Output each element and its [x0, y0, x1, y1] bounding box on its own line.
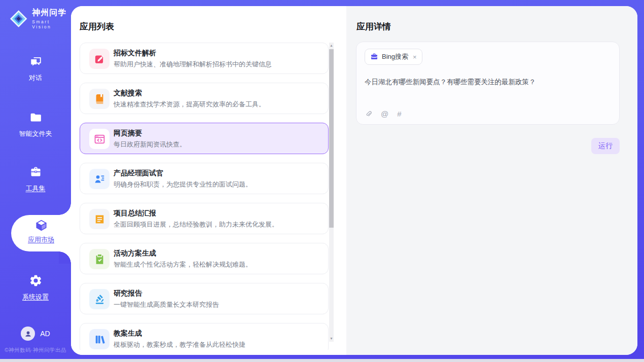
chat-icon — [29, 55, 43, 68]
app-detail-title: 应用详情 — [356, 21, 391, 32]
person-icon — [24, 330, 32, 338]
tool-chip-label: Bing搜索 — [382, 52, 408, 61]
app-list-item[interactable]: 研究报告 一键智能生成高质量长文本研究报告 — [80, 283, 329, 314]
cube-icon — [34, 219, 48, 232]
app-item-title: 产品经理面试官 — [114, 169, 163, 178]
chip-close-icon[interactable]: × — [413, 53, 417, 61]
research-icon — [94, 294, 105, 305]
sidebar-item-app-market[interactable]: 应用市场 — [11, 215, 71, 251]
app-item-description: 模板驱动，教案秒成，教学准备从此轻松快捷 — [114, 340, 245, 349]
sidebar: 神州问学 Smart Vision 对话 智能文件夹 工具集 — [0, 0, 71, 359]
sidebar-footer: ©神州数码·神州问学出品 — [0, 347, 71, 354]
diamond-logo-icon — [9, 9, 28, 28]
run-button[interactable]: 运行 — [591, 138, 620, 154]
app-icon-tile — [89, 169, 110, 189]
interviewer-icon — [94, 173, 105, 185]
folder-icon — [29, 111, 43, 124]
app-list-title: 应用列表 — [80, 21, 114, 32]
app-item-description: 快速精准查找学术资源，提高研究效率的必备工具。 — [114, 100, 265, 109]
edit-icon — [94, 53, 105, 65]
app-item-title: 招标文件解析 — [114, 49, 156, 58]
app-item-title: 文献搜索 — [114, 89, 142, 98]
query-input[interactable]: 今日湖北有哪些新闻要点？有哪些需要关注的最新政策？ — [365, 77, 611, 87]
mention-icon[interactable]: @ — [381, 110, 388, 118]
sidebar-item-label: 工具集 — [0, 184, 71, 193]
browser-code-icon — [94, 133, 105, 145]
toolbox-icon — [29, 165, 43, 179]
tab-notch-top — [59, 203, 71, 215]
brand-logo: 神州问学 Smart Vision — [9, 8, 71, 29]
tool-chip-bing-search[interactable]: Bing搜索 × — [365, 49, 422, 65]
sidebar-item-smart-folder[interactable]: 智能文件夹 — [0, 111, 71, 138]
user-account[interactable]: AD — [0, 327, 71, 341]
app-icon-tile — [89, 89, 110, 109]
app-item-title: 研究报告 — [114, 289, 142, 298]
app-list-item[interactable]: 项目总结汇报 全面回顾项目进展，总结经验教训，助力未来优化发展。 — [80, 203, 329, 234]
tab-notch-bottom — [59, 251, 71, 264]
app-item-title: 活动方案生成 — [114, 249, 156, 258]
app-item-title: 网页摘要 — [114, 129, 142, 138]
composer-toolbar: @ # — [365, 110, 402, 118]
app-icon-tile — [89, 289, 110, 309]
sidebar-item-settings[interactable]: 系统设置 — [0, 274, 71, 302]
note-icon — [94, 213, 105, 225]
scrollbar[interactable]: ▲ ▼ — [329, 43, 334, 342]
app-item-description: 明确身份和职责，为您提供专业性的面试问题。 — [114, 180, 252, 189]
app-icon-tile — [89, 329, 110, 349]
app-item-title: 教案生成 — [114, 329, 142, 338]
sidebar-item-chat[interactable]: 对话 — [0, 55, 71, 83]
run-row: 运行 — [591, 138, 620, 154]
sidebar-item-label: 系统设置 — [0, 293, 71, 302]
scrollbar-thumb[interactable] — [329, 49, 334, 228]
app-icon-tile — [89, 209, 110, 229]
attachment-icon[interactable] — [365, 110, 372, 118]
app-list-item[interactable]: 活动方案生成 智能生成个性化活动方案，轻松解决规划难题。 — [80, 243, 329, 274]
sidebar-item-toolset[interactable]: 工具集 — [0, 165, 71, 193]
app-list-item[interactable]: 教案生成 模板驱动，教案秒成，教学准备从此轻松快捷 — [80, 323, 329, 350]
brand-name: 神州问学 — [32, 8, 71, 18]
gear-icon — [29, 274, 43, 287]
app-list: 招标文件解析 帮助用户快速、准确地理解和解析招标书中的关键信息 文献搜索 快速精… — [80, 43, 329, 350]
clipboard-check-icon — [94, 254, 105, 265]
app-icon-tile — [89, 129, 110, 149]
app-item-description: 一键智能生成高质量长文本研究报告 — [114, 300, 219, 309]
sidebar-item-label: 应用市场 — [11, 235, 71, 244]
avatar — [21, 327, 35, 341]
scroll-up-icon[interactable]: ▲ — [329, 43, 334, 49]
app-detail-card: Bing搜索 × 今日湖北有哪些新闻要点？有哪些需要关注的最新政策？ @ # — [356, 42, 620, 125]
app-list-item[interactable]: 文献搜索 快速精准查找学术资源，提高研究效率的必备工具。 — [80, 83, 329, 114]
app-icon-tile — [89, 49, 110, 69]
app-list-item[interactable]: 产品经理面试官 明确身份和职责，为您提供专业性的面试问题。 — [80, 163, 329, 194]
sidebar-item-label: 智能文件夹 — [0, 129, 71, 138]
lesson-icon — [94, 334, 105, 345]
sidebar-item-label: 对话 — [0, 74, 71, 83]
app-item-description: 帮助用户快速、准确地理解和解析招标书中的关键信息 — [114, 60, 272, 69]
app-icon-tile — [89, 249, 110, 269]
app-item-title: 项目总结汇报 — [114, 209, 156, 218]
briefcase-icon — [370, 53, 378, 61]
app-list-pane: 应用列表 招标文件解析 帮助用户快速、准确地理解和解析招标书中的关键信息 文献搜… — [71, 6, 346, 355]
app-item-description: 全面回顾项目进展，总结经验教训，助力未来优化发展。 — [114, 220, 278, 229]
app-item-description: 智能生成个性化活动方案，轻松解决规划难题。 — [114, 260, 252, 269]
app-list-item[interactable]: 招标文件解析 帮助用户快速、准确地理解和解析招标书中的关键信息 — [80, 43, 329, 74]
app-list-item[interactable]: 网页摘要 每日政府新闻资讯快查。 — [80, 123, 329, 154]
app-window: 神州问学 Smart Vision 对话 智能文件夹 工具集 — [0, 0, 644, 362]
app-detail-pane: 应用详情 Bing搜索 × 今日湖北有哪些新闻要点？有哪些需要关注的最新政策？ — [346, 6, 637, 355]
bottom-strip — [0, 359, 644, 362]
hash-icon[interactable]: # — [397, 110, 401, 118]
main-panel: 应用列表 招标文件解析 帮助用户快速、准确地理解和解析招标书中的关键信息 文献搜… — [71, 6, 637, 355]
book-icon — [94, 93, 105, 105]
user-initials: AD — [40, 330, 50, 338]
app-item-description: 每日政府新闻资讯快查。 — [114, 140, 186, 149]
brand-subtitle: Smart Vision — [32, 19, 71, 29]
scroll-down-icon[interactable]: ▼ — [329, 336, 334, 342]
